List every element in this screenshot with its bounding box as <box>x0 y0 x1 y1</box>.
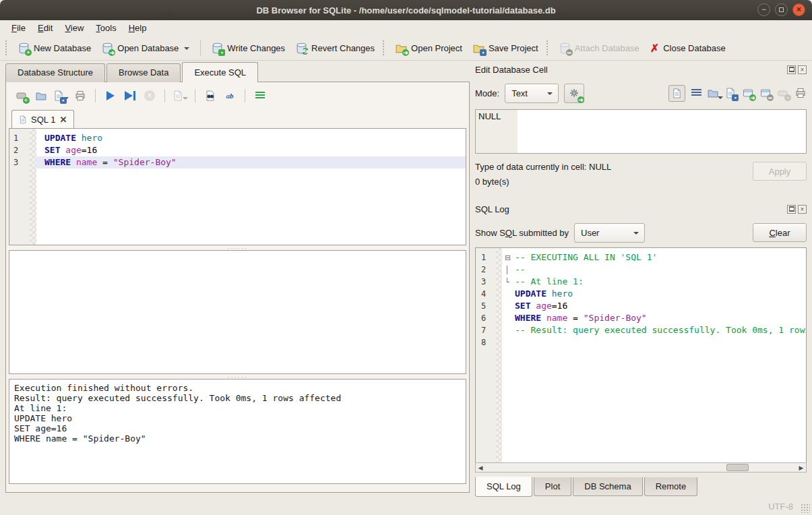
close-database-button[interactable]: ✗ Close Database <box>645 40 731 57</box>
open-database-button[interactable]: ➜ Open Database <box>96 40 195 57</box>
titlebar[interactable]: DB Browser for SQLite - /home/user/code/… <box>0 0 812 20</box>
results-messages-splitter[interactable]: ······ <box>9 374 466 379</box>
close-sql-tab-icon[interactable]: ✕ <box>59 115 67 125</box>
open-project-button[interactable]: ➜ Open Project <box>390 40 468 57</box>
bottom-dock-tabbar: SQL Log Plot DB Schema Remote <box>475 477 807 497</box>
execute-all-button[interactable] <box>102 87 119 104</box>
menu-edit[interactable]: Edit <box>32 22 59 34</box>
float-dock-icon[interactable] <box>787 65 796 74</box>
clear-log-button[interactable]: Clear <box>753 223 807 242</box>
auto-switch-mode-button[interactable]: ➜ <box>564 84 584 103</box>
tab-plot[interactable]: Plot <box>534 477 571 496</box>
toolbar-drag-handle[interactable] <box>5 40 9 55</box>
scroll-left-arrow-icon[interactable]: ◀ <box>476 463 485 472</box>
play-to-bar-icon <box>125 91 133 100</box>
document-icon <box>672 88 682 98</box>
auto-indent-button[interactable] <box>251 87 269 104</box>
print-sql-button[interactable] <box>71 87 89 104</box>
attach-database-button: ∞ Attach Database <box>554 40 645 57</box>
sql-file-tabbar: SQL 1 ✕ <box>9 109 466 128</box>
maximize-icon <box>779 7 784 12</box>
sql-log-controls: Show SQL submitted by User Clear <box>475 222 807 243</box>
cell-info-row: Type of data currently in cell: NULL 0 b… <box>475 162 807 187</box>
minimize-button[interactable]: − <box>757 3 770 16</box>
toolbar-drag-handle[interactable] <box>546 40 550 55</box>
revert-changes-icon <box>296 42 307 54</box>
wrap-lines-icon <box>691 89 701 97</box>
toolbar-drag-handle[interactable] <box>383 40 386 55</box>
tab-execute-sql[interactable]: Execute SQL <box>182 62 258 82</box>
open-database-icon: ➜ <box>102 42 113 54</box>
app-window: DB Browser for SQLite - /home/user/code/… <box>0 0 812 515</box>
menubar: File Edit View Tools Help <box>0 20 812 36</box>
tab-db-schema[interactable]: DB Schema <box>573 477 642 496</box>
import-dropdown-icon[interactable] <box>718 96 723 102</box>
edit-cell-title: Edit Database Cell <box>475 65 787 75</box>
results-grid-pane[interactable] <box>9 250 466 374</box>
sql-file-tab[interactable]: SQL 1 ✕ <box>11 110 74 128</box>
edit-cell-dock-header: Edit Database Cell × <box>475 62 807 77</box>
log-filter-label: Show SQL submitted by <box>475 228 569 238</box>
new-database-icon: + <box>18 42 30 54</box>
tab-database-structure[interactable]: Database Structure <box>5 63 105 82</box>
import-cell-data-button[interactable] <box>708 88 719 99</box>
mode-select[interactable]: Text <box>505 84 559 103</box>
tab-remote[interactable]: Remote <box>644 477 698 496</box>
log-horizontal-scrollbar[interactable]: ◀ ▶ <box>475 462 807 473</box>
save-results-button <box>171 87 189 104</box>
execute-current-line-button[interactable] <box>121 87 139 104</box>
revert-changes-button[interactable]: Revert Changes <box>290 40 380 57</box>
open-database-dropdown-icon[interactable] <box>184 47 189 53</box>
close-dock-icon[interactable]: × <box>798 205 807 214</box>
close-dock-icon[interactable]: × <box>798 65 807 74</box>
new-sql-tab-button[interactable]: + <box>13 87 30 104</box>
tab-sql-log[interactable]: SQL Log <box>475 477 532 497</box>
write-changes-icon: ▪ <box>212 42 223 54</box>
open-in-external-button[interactable]: ➜ <box>743 88 754 99</box>
sql-doc-icon <box>19 115 27 124</box>
new-database-button[interactable]: + New Database <box>13 40 96 57</box>
editor-results-splitter[interactable]: ······ <box>9 245 466 250</box>
text-mode-toggle-button[interactable] <box>668 85 685 102</box>
scroll-right-arrow-icon[interactable]: ▶ <box>797 463 806 472</box>
encoding-indicator[interactable]: UTF-8 <box>768 502 793 512</box>
write-changes-button[interactable]: ▪ Write Changes <box>206 40 290 57</box>
main-toolbar: + New Database ➜ Open Database ▪ Write C… <box>0 36 812 61</box>
scrollbar-thumb[interactable] <box>726 464 749 471</box>
menu-help[interactable]: Help <box>123 22 153 34</box>
open-sql-file-button[interactable] <box>32 87 50 104</box>
tab-browse-data[interactable]: Browse Data <box>106 63 181 82</box>
maximize-button[interactable] <box>775 3 788 16</box>
find-replace-button[interactable] <box>201 87 219 104</box>
main-tabbar: Database Structure Browse Data Execute S… <box>5 62 259 82</box>
export-cell-data-button[interactable]: ▪ <box>725 88 737 99</box>
play-icon <box>106 91 115 100</box>
log-filter-select[interactable]: User <box>574 223 645 243</box>
print-cell-button[interactable] <box>795 88 807 99</box>
execution-messages[interactable]: Execution finished without errors. Resul… <box>9 379 466 484</box>
sql-log-dock-header: SQL Log × <box>475 202 807 216</box>
execute-sql-panel: + ▪ × ab <box>5 82 470 493</box>
save-project-button[interactable]: ▪ Save Project <box>468 40 544 57</box>
open-url-button[interactable]: ∞ <box>760 88 772 99</box>
sql-editor[interactable]: 1UPDATE hero2SET age=163WHERE name = "Sp… <box>9 128 466 245</box>
resize-grip-icon[interactable] <box>801 504 810 513</box>
float-dock-icon[interactable] <box>787 205 796 214</box>
word-wrap-button[interactable] <box>691 89 701 97</box>
format-letters-icon: ab <box>226 92 234 100</box>
cell-value-editor[interactable]: NULL <box>475 109 807 154</box>
window-title: DB Browser for SQLite - /home/user/code/… <box>256 5 555 16</box>
close-icon: × <box>797 5 801 14</box>
format-sql-button[interactable]: ab <box>221 87 239 104</box>
save-sql-file-button[interactable]: ▪ <box>52 87 69 104</box>
open-project-icon: ➜ <box>396 42 407 54</box>
menu-view[interactable]: View <box>59 22 90 34</box>
close-button[interactable]: × <box>792 3 805 16</box>
attach-database-icon: ∞ <box>559 42 571 54</box>
plus-icon: + <box>23 97 30 104</box>
menu-tools[interactable]: Tools <box>90 22 122 34</box>
statusbar: UTF-8 <box>0 499 812 515</box>
mode-label: Mode: <box>475 88 499 98</box>
menu-file[interactable]: File <box>5 22 32 34</box>
sql-log-view[interactable]: 1⊟-- EXECUTING ALL IN 'SQL 1'2│--3└-- At… <box>475 247 807 463</box>
